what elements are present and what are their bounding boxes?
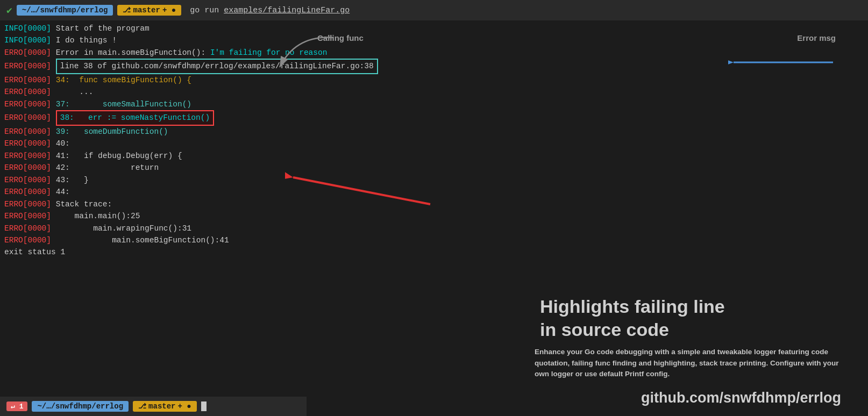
calling-func-arrow	[264, 30, 350, 83]
branch-icon: ⎇	[123, 6, 131, 15]
text-7: 37: someSmallFunction()	[51, 98, 191, 110]
cursor	[201, 401, 207, 411]
top-bar: ✔ ~/…/snwfdhmp/errlog ⎇ master + ● go ru…	[0, 0, 868, 20]
branch-name: master	[133, 6, 160, 15]
line-9: ERRO[0000] 39: someDumbFunction()	[0, 126, 868, 138]
prefix-erro-14: ERRO[0000]	[4, 186, 51, 198]
prefix-erro-10: ERRO[0000]	[4, 138, 51, 149]
bottom-path-badge: ~/…/snwfdhmp/errlog	[32, 401, 129, 412]
text-11: 41: if debug.Debug(err) {	[51, 150, 182, 162]
check-icon: ✔	[6, 4, 12, 16]
prefix-erro-11: ERRO[0000]	[4, 150, 51, 162]
red-border-text: 38: err := someNastyFunction()	[56, 110, 214, 125]
highlights-annotation: Highlights failing linein source code	[540, 295, 841, 341]
prefix-erro-12: ERRO[0000]	[4, 162, 51, 174]
prefix-info-1: INFO[0000]	[4, 23, 51, 34]
text-stack-header: Stack trace:	[51, 198, 112, 210]
line-1: INFO[0000] Start of the program	[0, 23, 868, 34]
prefix-erro-4: ERRO[0000]	[4, 60, 51, 72]
prefix-info-2: INFO[0000]	[4, 34, 51, 46]
prefix-erro-s2: ERRO[0000]	[4, 223, 51, 234]
prefix-erro-7: ERRO[0000]	[4, 98, 51, 110]
text-10: 40:	[51, 138, 70, 149]
bottom-branch-extras: + ●	[178, 402, 191, 411]
text-5: 34: func someBigFunction() {	[51, 74, 191, 86]
bottom-branch-icon: ⎇	[138, 402, 146, 411]
prefix-erro-6: ERRO[0000]	[4, 86, 51, 98]
prefix-erro-13: ERRO[0000]	[4, 174, 51, 186]
text-6: ...	[51, 86, 93, 98]
description-annotation: Enhance your Go code debugging with a si…	[535, 347, 841, 379]
red-arrow-highlight	[285, 167, 436, 220]
prefix-erro-3: ERRO[0000]	[4, 47, 51, 59]
text-3a: Error in main.someBigFunction():	[51, 47, 210, 59]
prefix-erro-8: ERRO[0000]	[4, 112, 51, 124]
error-msg-arrow	[728, 53, 836, 74]
svg-line-4	[293, 177, 430, 204]
return-badge: ↵ 1	[6, 401, 27, 411]
bottom-branch-name: master	[148, 402, 175, 411]
line-10: ERRO[0000] 40:	[0, 138, 868, 149]
prefix-erro-5: ERRO[0000]	[4, 74, 51, 86]
highlights-title: Highlights failing linein source code	[540, 295, 841, 341]
text-13: 43: }	[51, 174, 89, 186]
exit-status: exit status 1	[4, 246, 65, 258]
error-msg-label: Error msg	[797, 33, 836, 42]
text-stack-1: main.main():25	[51, 210, 140, 222]
line-5: ERRO[0000] 34: func someBigFunction() {	[0, 74, 868, 86]
top-branch-badge: ⎇ master + ●	[117, 5, 181, 16]
prefix-erro-9: ERRO[0000]	[4, 126, 51, 138]
line-2: INFO[0000] I do things !	[0, 34, 868, 46]
text-1: Start of the program	[51, 23, 150, 34]
line-8: ERRO[0000] 38: err := someNastyFunction(…	[0, 110, 868, 125]
branch-extras: + ●	[162, 6, 176, 15]
text-12: 42: return	[51, 162, 159, 174]
github-url: github.com/snwfdhmp/errlog	[641, 390, 841, 406]
bottom-branch-badge: ⎇ master + ●	[133, 401, 197, 412]
description-text: Enhance your Go code debugging with a si…	[535, 347, 841, 379]
line-11: ERRO[0000] 41: if debug.Debug(err) {	[0, 150, 868, 162]
line-6: ERRO[0000] ...	[0, 86, 868, 98]
prefix-erro-st: ERRO[0000]	[4, 198, 51, 210]
text-2: I do things !	[51, 34, 117, 46]
bottom-bar: ↵ 1 ~/…/snwfdhmp/errlog ⎇ master + ●	[0, 397, 307, 416]
line-exit: exit status 1	[0, 246, 868, 258]
command-text: go run examples/failingLineFar.go	[190, 6, 350, 15]
line-stack-3: ERRO[0000] main.someBigFunction():41	[0, 234, 868, 246]
error-msg-annotation: Error msg	[797, 33, 836, 44]
command-underline: examples/failingLineFar.go	[224, 6, 350, 15]
terminal-window: ✔ ~/…/snwfdhmp/errlog ⎇ master + ● go ru…	[0, 0, 868, 416]
prefix-erro-s1: ERRO[0000]	[4, 210, 51, 222]
top-path-badge: ~/…/snwfdhmp/errlog	[17, 5, 113, 16]
text-stack-3: main.someBigFunction():41	[51, 234, 229, 246]
text-stack-2: main.wrapingFunc():31	[51, 223, 191, 234]
text-14: 44:	[51, 186, 70, 198]
line-stack-2: ERRO[0000] main.wrapingFunc():31	[0, 223, 868, 234]
prefix-erro-s3: ERRO[0000]	[4, 234, 51, 246]
line-7: ERRO[0000] 37: someSmallFunction()	[0, 98, 868, 110]
text-9: 39: someDumbFunction()	[51, 126, 168, 138]
github-link[interactable]: github.com/snwfdhmp/errlog	[641, 390, 841, 406]
